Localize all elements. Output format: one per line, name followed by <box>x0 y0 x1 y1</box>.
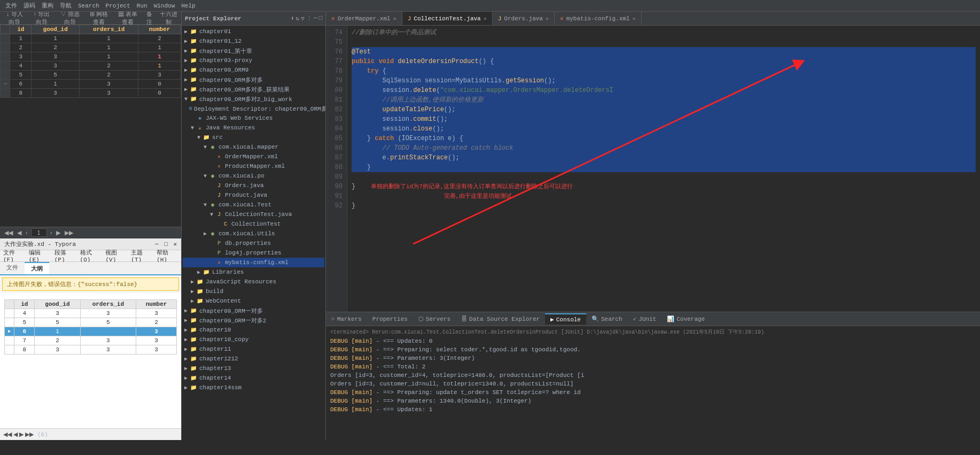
typora-next-next-btn[interactable]: ▶▶ <box>25 431 34 438</box>
sidebar-item-chapter09-orm9[interactable]: ▶ 📁 chapter09_ORM9 <box>183 65 324 75</box>
sidebar-item-db-props[interactable]: P db.properties <box>183 238 324 248</box>
sidebar-item-chapter10-copy[interactable]: ▶ 📁 chapter10_copy <box>183 335 324 344</box>
list-item[interactable]: 7233 <box>5 336 177 345</box>
menu-file[interactable]: 文件 <box>2 2 20 10</box>
page-number-input[interactable] <box>31 228 47 237</box>
console-content[interactable]: <terminated> Rerun:com.xiucai.Test.Colle… <box>326 326 980 440</box>
menu-navigate[interactable]: 导航 <box>57 2 75 10</box>
sidebar-item-chapter10[interactable]: ▶ 📁 chapter10 <box>183 325 324 335</box>
typora-prev-btn[interactable]: ◀ <box>13 431 18 438</box>
page-first-btn[interactable]: ◀◀ <box>3 229 14 236</box>
list-item[interactable]: 4333 <box>5 309 177 318</box>
list-item[interactable]: 8333 <box>5 345 177 354</box>
sidebar-item-collectiontest-java[interactable]: ▼ J CollectionTest.java <box>183 210 324 219</box>
typora-menu-format[interactable]: 格式(O) <box>80 249 102 263</box>
table-row[interactable]: 3311 <box>1 52 181 61</box>
typora-maximize-btn[interactable]: □ <box>164 241 168 248</box>
table-row[interactable]: 1112 <box>1 34 181 43</box>
typora-menu-edit[interactable]: 编辑(E) <box>29 249 50 263</box>
tab-markers[interactable]: ⚐ Markers <box>326 314 367 324</box>
sidebar-item-product-java[interactable]: J Product.java <box>183 190 324 200</box>
typora-menu-para[interactable]: 段落(P) <box>55 249 76 263</box>
sidebar-item-java-resources[interactable]: ▼ ☕ Java Resources <box>183 123 324 133</box>
page-prev-btn[interactable]: ◀ <box>16 229 22 236</box>
sidebar-item-chapter01-ch10[interactable]: ▶ 📁 chapter01_第十章 <box>183 46 324 56</box>
sidebar-item-chapter03[interactable]: ▶ 📁 chapter03-proxy <box>183 56 324 65</box>
tab-console[interactable]: ▶ Console <box>545 313 586 325</box>
filter-icon[interactable]: ▽ <box>301 15 305 22</box>
sidebar-item-po-pkg[interactable]: ▼ ◉ com.xiucai.po <box>183 171 324 181</box>
typora-menu-help[interactable]: 帮助(H) <box>157 249 178 263</box>
menu-project[interactable]: Project <box>103 3 134 9</box>
tab-properties[interactable]: Properties <box>367 314 413 324</box>
sidebar-item-libraries[interactable]: ▶ 📁 Libraries <box>183 267 324 277</box>
sidebar-item-ordermapper-xml[interactable]: ✕ OrderMapper.xml <box>183 152 324 161</box>
tab-junit[interactable]: ✓ JUnit <box>628 314 662 324</box>
page-next-btn[interactable]: ▶ <box>55 229 61 236</box>
sidebar-item-chapter09-multi[interactable]: ▶ 📁 chapter09_ORM多对多 <box>183 75 324 84</box>
tab-datasource[interactable]: 🗄 Data Source Explorer <box>456 314 545 324</box>
typora-menu-theme[interactable]: 主题(T) <box>131 249 152 263</box>
tab-orders-java[interactable]: J Orders.java ✕ <box>493 12 555 26</box>
sidebar-item-chapter01-12[interactable]: ▶ 📁 chapter01_12 <box>183 36 324 46</box>
sidebar-item-chapter09-bigwork[interactable]: ▼ 📁 chapter09_ORM多对2_big_work <box>183 94 324 104</box>
sidebar-item-chapter14ssm[interactable]: ▶ 📁 chapter14ssm <box>183 383 324 392</box>
tab-mybatis-config[interactable]: ✕ mybatis-config.xml ✕ <box>555 12 641 26</box>
sidebar-item-chapter09-1ton[interactable]: ▶ 📁 chapter09_ORM一对多 <box>183 306 324 315</box>
sidebar-item-chapter14[interactable]: ▶ 📁 chapter14 <box>183 373 324 383</box>
tab-servers[interactable]: ⬡ Servers <box>413 314 456 324</box>
typora-close-btn[interactable]: ✕ <box>173 241 177 248</box>
table-row[interactable]: 8330 <box>1 89 181 98</box>
page-prev-small-btn[interactable]: ‹ <box>25 229 29 236</box>
close-tab-icon[interactable]: ✕ <box>393 16 396 22</box>
close-tab-icon[interactable]: ✕ <box>546 16 549 22</box>
sidebar-item-jaxws[interactable]: ◈ JAX-WS Web Services <box>183 113 324 123</box>
sidebar-item-chapter09-1ton2[interactable]: ▶ 📁 chapter09_ORM一对多2 <box>183 315 324 325</box>
menu-run[interactable]: Run <box>134 3 151 9</box>
sidebar-item-deployment[interactable]: ⚙ Deployment Descriptor: chapter09_ORM多 <box>183 104 324 113</box>
menu-search[interactable]: Search <box>75 3 103 9</box>
sidebar-item-productmapper-xml[interactable]: ✕ ProductMapper.xml <box>183 161 324 171</box>
table-row[interactable]: 5523 <box>1 71 181 80</box>
typora-tab-file[interactable]: 文件 <box>0 262 25 274</box>
tab-collectiontest-java[interactable]: J CollectionTest.java ✕ <box>402 12 493 26</box>
sync-icon[interactable]: ↻ <box>296 15 300 22</box>
sidebar-item-mapper-pkg[interactable]: ▼ ◉ com.xiucai.mapper <box>183 142 324 152</box>
tab-ordermapper-xml[interactable]: ✕ OrderMapper.xml ✕ <box>326 12 402 26</box>
maximize-panel-icon[interactable]: □ <box>318 15 322 22</box>
sidebar-item-build[interactable]: ▶ 📁 build <box>183 287 324 296</box>
sidebar-item-orders-java[interactable]: J Orders.java <box>183 181 324 190</box>
sidebar-item-chapter13[interactable]: ▶ 📁 chapter13 <box>183 364 324 373</box>
sidebar-item-log4j-props[interactable]: P log4j.properties <box>183 248 324 258</box>
collapse-icon[interactable]: ⬇ <box>291 15 294 22</box>
menu-refactor[interactable]: 重构 <box>38 2 57 10</box>
sidebar-item-chapter1212[interactable]: ▶ 📁 chapter1212 <box>183 354 324 364</box>
sidebar-item-webcontent[interactable]: ▶ 📁 WebContent <box>183 296 324 306</box>
code-content[interactable]: //删除订单中的一个商品测试 @Test public void deleteO… <box>347 26 980 312</box>
list-item[interactable]: ▶ 613 <box>5 327 177 336</box>
menu-window[interactable]: Window <box>151 3 178 9</box>
page-last-btn[interactable]: ▶▶ <box>64 229 74 236</box>
sidebar-item-mybatis-config[interactable]: ✕ mybatis-config.xml <box>183 258 324 267</box>
list-item[interactable]: 5552 <box>5 318 177 327</box>
sidebar-item-chapter09-multi-result[interactable]: ▶ 📁 chapter09_ORM多对多_获菜结果 <box>183 84 324 94</box>
minimize-panel-icon[interactable]: ─ <box>314 15 317 22</box>
close-tab-icon[interactable]: ✕ <box>632 16 635 22</box>
sidebar-item-test-pkg[interactable]: ▼ ◉ com.xiucai.Test <box>183 200 324 210</box>
tab-search[interactable]: 🔍 Search <box>586 314 628 324</box>
sidebar-item-collectiontest-class[interactable]: C CollectionTest <box>183 219 324 229</box>
typora-prev-prev-btn[interactable]: ◀◀ <box>3 431 12 438</box>
sidebar-item-src[interactable]: ▼ 📁 src <box>183 133 324 142</box>
sidebar-item-js-resources[interactable]: ▶ 📁 JavaScript Resources <box>183 277 324 287</box>
typora-tab-outline[interactable]: 大纲 <box>25 262 49 274</box>
tab-coverage[interactable]: 📊 Coverage <box>662 314 710 324</box>
close-tab-icon[interactable]: ✕ <box>484 16 487 22</box>
sidebar-item-utils-pkg[interactable]: ▶ ◉ com.xiucai.Utils <box>183 229 324 238</box>
sidebar-item-chapter01[interactable]: ▶ 📁 chapter01 <box>183 27 324 36</box>
typora-menu-file[interactable]: 文件(F) <box>3 249 25 263</box>
view-menu-icon[interactable]: ⋮ <box>306 15 312 22</box>
typora-menu-view[interactable]: 视图(V) <box>105 249 127 263</box>
menu-help[interactable]: Help <box>178 3 198 9</box>
table-row[interactable]: 2211 <box>1 43 181 52</box>
sidebar-item-chapter11[interactable]: ▶ 📁 chapter11 <box>183 344 324 354</box>
